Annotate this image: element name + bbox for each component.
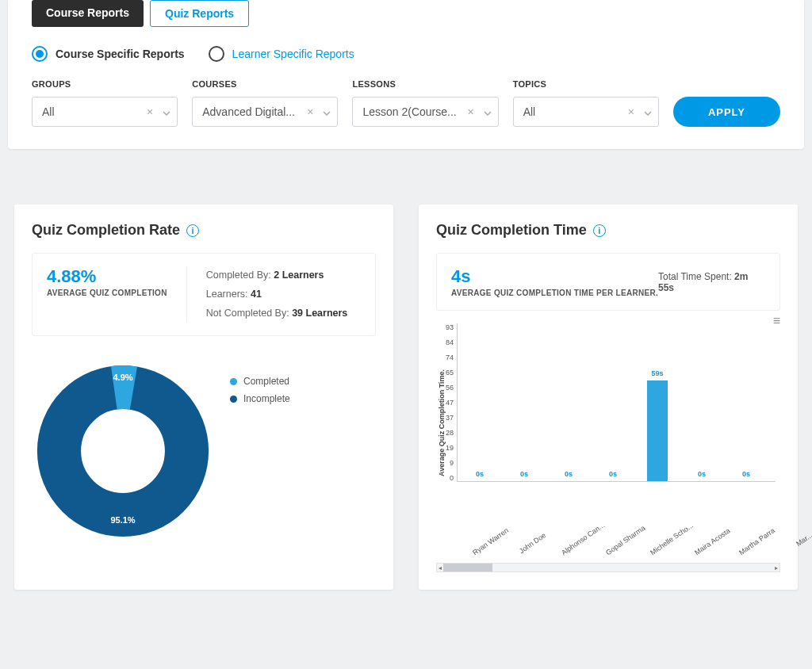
tab-quiz-reports[interactable]: Quiz Reports (150, 0, 249, 27)
select-topics[interactable]: All × (513, 97, 659, 127)
select-groups-value: All (42, 105, 142, 118)
bar-slot: 0s (546, 323, 591, 481)
filter-lessons-label: LESSONS (352, 79, 498, 89)
donut-chart-wrap: 4.9% 95.1% Completed Incomplete (32, 349, 376, 542)
clear-icon[interactable]: × (302, 105, 318, 118)
bar-chart: Average Quiz Completion Time. 9384746556… (436, 323, 780, 522)
time-value: 4s (451, 266, 658, 287)
bar-value-label: 59s (652, 369, 664, 377)
donut-completed-pct: 4.9% (113, 373, 132, 382)
bar-slot: 0s (680, 323, 724, 481)
plot-area: 0s0s0s0s59s0s0s0s (457, 323, 776, 482)
rate-details: Completed By: 2 Learners Learners: 41 No… (206, 266, 348, 323)
select-lessons-value: Lesson 2(Course... (362, 105, 462, 118)
card-title: Quiz Completion Time i (436, 222, 780, 239)
x-axis-label: Maira Acosta (693, 525, 734, 556)
bar-slot: 0s (768, 323, 776, 481)
bar-slot: 0s (502, 323, 546, 481)
legend-completed-label: Completed (243, 376, 289, 387)
tab-course-reports[interactable]: Course Reports (32, 0, 144, 27)
bar (647, 380, 668, 481)
x-axis-label: Alphonso Can... (560, 525, 601, 556)
info-icon[interactable]: i (186, 224, 199, 237)
clear-icon[interactable]: × (462, 105, 478, 118)
clear-icon[interactable]: × (142, 105, 158, 118)
total-time-label: Total Time Spent: (658, 271, 732, 282)
bar-value-label: 0s (520, 470, 528, 478)
legend-incomplete-label: Incomplete (243, 393, 290, 404)
learners-label: Learners: (206, 289, 248, 300)
rate-stat-box: 4.88% AVERAGE QUIZ COMPLETION Completed … (32, 253, 376, 336)
x-axis-label: John Doe (515, 525, 557, 556)
donut-chart: 4.9% 95.1% (32, 360, 214, 542)
x-axis-label: Ryan Warren (471, 525, 512, 556)
report-tabs: Course Reports Quiz Reports (8, 0, 804, 46)
donut-legend: Completed Incomplete (230, 360, 290, 411)
filter-groups-label: GROUPS (32, 79, 178, 89)
radio-checked-icon (32, 46, 48, 62)
select-lessons[interactable]: Lesson 2(Course... × (352, 97, 498, 127)
legend-incomplete: Incomplete (230, 393, 290, 404)
time-sub: AVERAGE QUIZ COMPLETION TIME PER LEARNER… (451, 289, 658, 297)
total-time-spent: Total Time Spent: 2m 55s (658, 271, 765, 293)
select-courses[interactable]: Advanced Digital... × (192, 97, 338, 127)
radio-learner-specific[interactable]: Learner Specific Reports (209, 46, 354, 62)
rate-sub: AVERAGE QUIZ COMPLETION (47, 289, 167, 297)
legend-completed: Completed (230, 376, 290, 387)
report-type-radios: Course Specific Reports Learner Specific… (8, 46, 804, 79)
chevron-down-icon (639, 105, 652, 119)
radio-course-label: Course Specific Reports (56, 48, 185, 60)
select-groups[interactable]: All × (32, 97, 178, 127)
bar-slot: 0s (591, 323, 635, 481)
filters-panel: Course Reports Quiz Reports Course Speci… (8, 0, 804, 149)
card-title-text: Quiz Completion Rate (32, 222, 180, 239)
scroll-right-icon[interactable]: ▸ (773, 564, 779, 572)
x-axis-label: Gopal Sharma (604, 525, 645, 556)
cards-row: Quiz Completion Rate i 4.88% AVERAGE QUI… (0, 149, 812, 590)
bar-slot: 59s (635, 323, 680, 481)
x-axis-label: Michelle Scho... (649, 525, 690, 556)
x-axis-label: Mar... (782, 525, 812, 556)
apply-button[interactable]: APPLY (673, 97, 780, 127)
not-completed-by-value: 39 Learners (292, 308, 347, 319)
scroll-left-icon[interactable]: ◂ (437, 564, 443, 572)
bar-value-label: 0s (698, 470, 706, 478)
select-topics-value: All (523, 105, 623, 118)
not-completed-by-label: Not Completed By: (206, 308, 289, 319)
select-courses-value: Advanced Digital... (202, 105, 302, 118)
divider (186, 266, 187, 323)
completed-by-label: Completed By: (206, 270, 271, 281)
y-axis-label: Average Quiz Completion Time. (436, 323, 446, 522)
x-labels: Ryan WarrenJohn DoeAlphonso Can...Gopal … (463, 525, 780, 533)
info-icon[interactable]: i (593, 224, 606, 237)
legend-dot-icon (230, 378, 237, 385)
chevron-down-icon (479, 105, 492, 119)
horizontal-scrollbar[interactable]: ◂ ▸ (436, 563, 780, 572)
time-stat-box: 4s AVERAGE QUIZ COMPLETION TIME PER LEAR… (436, 253, 780, 311)
donut-incomplete-pct: 95.1% (110, 515, 135, 525)
bar-chart-container: ≡ Average Quiz Completion Time. 93847465… (436, 323, 780, 572)
radio-learner-label: Learner Specific Reports (232, 48, 354, 60)
completed-by-value: 2 Learners (274, 270, 324, 281)
card-title-text: Quiz Completion Time (436, 222, 587, 239)
bar-value-label: 0s (609, 470, 617, 478)
filter-courses-label: COURSES (192, 79, 338, 89)
radio-course-specific[interactable]: Course Specific Reports (32, 46, 185, 62)
bar-slot: 0s (724, 323, 768, 481)
scrollbar-thumb[interactable] (443, 564, 492, 572)
rate-value: 4.88% (47, 266, 167, 287)
chevron-down-icon (158, 105, 170, 119)
radio-unchecked-icon (209, 46, 224, 62)
bar-value-label: 0s (565, 470, 573, 478)
y-ticks: 93847465564737281990 (446, 323, 457, 482)
legend-dot-icon (230, 396, 237, 403)
learners-value: 41 (251, 289, 262, 300)
chevron-down-icon (318, 105, 331, 119)
clear-icon[interactable]: × (623, 105, 639, 118)
bar-slot: 0s (458, 323, 502, 481)
card-quiz-completion-rate: Quiz Completion Rate i 4.88% AVERAGE QUI… (14, 205, 393, 590)
bar-value-label: 0s (476, 470, 484, 478)
bar-value-label: 0s (742, 470, 750, 478)
card-quiz-completion-time: Quiz Completion Time i 4s AVERAGE QUIZ C… (419, 205, 798, 590)
filters-row: GROUPS All × COURSES Advanced Digital...… (8, 79, 804, 127)
